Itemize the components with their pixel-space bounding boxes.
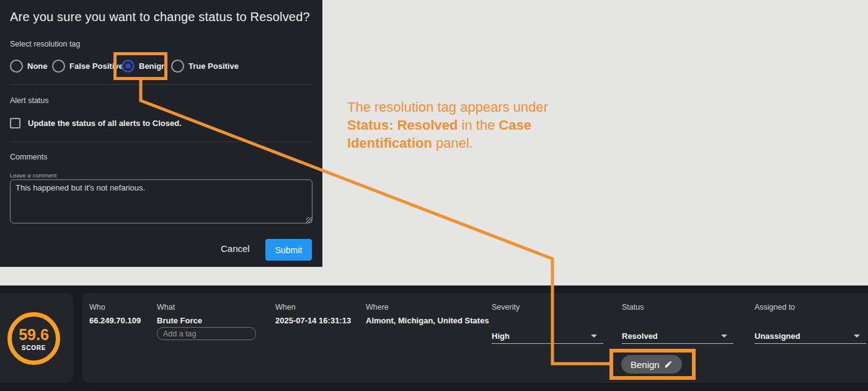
where-label: Where — [366, 303, 389, 312]
status-dropdown[interactable]: Resolved — [622, 329, 733, 344]
radio-circle-icon[interactable] — [171, 60, 184, 73]
divider — [10, 84, 312, 85]
resize-handle-icon[interactable] — [306, 217, 312, 223]
severity-value: High — [492, 331, 510, 341]
chevron-down-icon — [721, 335, 727, 338]
change-status-dialog: Are you sure you want to change status t… — [0, 0, 322, 267]
assigned-to-label: Assigned to — [755, 303, 795, 312]
resolution-tag-section-label: Select resolution tag — [10, 40, 80, 48]
annotation-note: The resolution tag appears under Status:… — [347, 98, 583, 152]
dialog-title: Are you sure you want to change status t… — [10, 10, 310, 24]
annotation-bold-status: Status: Resolved — [347, 117, 458, 133]
annotation-text: in the — [458, 117, 499, 133]
comments-section-label: Comments — [10, 153, 47, 161]
radio-false-positive[interactable]: False Positive — [52, 59, 123, 73]
assigned-to-dropdown[interactable]: Unassigned — [755, 329, 866, 344]
radio-selected-icon[interactable] — [122, 60, 135, 73]
resolution-tag-chip[interactable]: Benign — [621, 355, 682, 374]
severity-dropdown[interactable]: High — [492, 329, 603, 344]
score-value: 59.6 — [19, 326, 49, 344]
what-value: Brute Force — [157, 316, 202, 325]
update-alerts-checkbox-row: Update the status of all alerts to Close… — [10, 118, 182, 128]
chevron-down-icon — [854, 335, 860, 338]
divider — [10, 142, 312, 142]
screen: Are you sure you want to change status t… — [0, 0, 868, 391]
who-label: Who — [89, 303, 105, 312]
update-alerts-checkbox[interactable] — [10, 118, 20, 128]
update-alerts-checkbox-label: Update the status of all alerts to Close… — [28, 119, 182, 128]
assigned-to-value: Unassigned — [755, 331, 800, 341]
alert-status-section-label: Alert status — [10, 96, 49, 105]
radio-benign[interactable]: Benign — [122, 59, 166, 73]
score-caption: SCORE — [22, 344, 46, 351]
radio-benign-label: Benign — [139, 61, 166, 71]
severity-label: Severity — [492, 303, 520, 312]
radio-circle-icon[interactable] — [10, 60, 23, 73]
risk-score-gauge: 59.6 SCORE — [7, 312, 60, 365]
submit-button[interactable]: Submit — [265, 239, 312, 261]
resolution-tag-radio-group: None False Positive Benign True Positive — [0, 59, 322, 73]
case-identification-panel — [0, 285, 868, 391]
annotation-text: panel. — [432, 135, 473, 151]
edit-icon[interactable] — [664, 360, 673, 369]
annotation-text: The resolution tag appears under — [347, 99, 548, 115]
radio-false-positive-label: False Positive — [69, 61, 123, 71]
when-value: 2025-07-14 16:31:13 — [275, 316, 351, 325]
who-value: 66.249.70.109 — [89, 316, 141, 325]
cancel-button[interactable]: Cancel — [221, 243, 250, 254]
radio-none-label: None — [27, 61, 48, 71]
chevron-down-icon — [591, 335, 597, 338]
add-tag-input[interactable] — [157, 327, 256, 340]
radio-none[interactable]: None — [10, 59, 48, 73]
comment-input[interactable]: This happened but it's not nefarious. — [10, 179, 312, 223]
leave-a-comment-label: Leave a comment — [10, 172, 57, 179]
what-label: What — [157, 303, 175, 312]
when-label: When — [275, 303, 296, 312]
radio-true-positive-label: True Positive — [188, 61, 239, 71]
radio-true-positive[interactable]: True Positive — [171, 59, 239, 73]
radio-circle-icon[interactable] — [52, 60, 65, 73]
resolution-tag-label: Benign — [631, 359, 660, 370]
status-value: Resolved — [622, 331, 658, 341]
status-label: Status — [622, 303, 644, 312]
where-value: Almont, Michigan, United States — [366, 316, 489, 325]
